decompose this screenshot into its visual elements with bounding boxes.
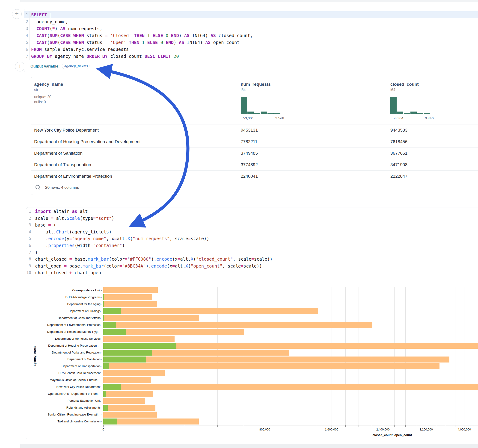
line-number: 7 (24, 53, 30, 60)
code-line[interactable]: 4 CAST(SUM(CASE WHEN status = 'Closed' T… (24, 32, 478, 39)
table-row[interactable]: Department of Housing Preservation and D… (31, 136, 478, 147)
bar-open-count[interactable] (103, 405, 108, 411)
code-line[interactable]: 5 .encode(y="agency_name", x=alt.X("num_… (26, 235, 478, 242)
table-cell: Department of Environmental Protection (34, 171, 112, 182)
fold-chevron-icon[interactable]: ⌄ (33, 222, 35, 229)
bar-closed-count[interactable] (103, 322, 372, 328)
bar-closed-count[interactable] (103, 412, 157, 417)
bar-closed-count[interactable] (103, 350, 289, 356)
bar-open-count[interactable] (103, 329, 126, 335)
bar-open-count[interactable] (103, 356, 146, 362)
code-line[interactable]: 3⌄base = ( (26, 222, 478, 229)
fold-chevron-icon[interactable]: ⌄ (30, 12, 31, 19)
y-axis-label: Operations Unit - Department of Hom… (26, 392, 101, 395)
bar-open-count[interactable] (103, 322, 116, 328)
code-text: CAST(SUM(CASE WHEN status = 'Open' THEN … (31, 40, 239, 45)
code-line[interactable]: 10chart_closed + chart_open (26, 269, 478, 276)
y-axis-tick (101, 297, 102, 298)
bar-closed-count[interactable] (103, 398, 145, 404)
bar-closed-count[interactable] (103, 391, 153, 397)
table-row[interactable]: New York City Police Department945313194… (31, 124, 478, 136)
code-line[interactable]: 6 .properties(width="container") (26, 242, 478, 249)
gridline (436, 287, 436, 425)
output-variable-label: Output variable: (31, 64, 60, 68)
table-row[interactable]: Department of Transportation377489234719… (31, 159, 478, 170)
bar-closed-count[interactable] (103, 301, 157, 307)
bar-open-count[interactable] (103, 343, 176, 349)
x-axis-tick-label: 800,000 (259, 428, 270, 431)
histogram-bar (410, 112, 417, 114)
rows-columns-count: 20 rows, 4 columns (45, 185, 79, 190)
search-icon[interactable] (35, 185, 41, 191)
code-line[interactable]: 2 agency_name, (24, 18, 478, 25)
y-axis-label: Senior Citizen Rent Increase Exempti… (26, 413, 101, 416)
bar-closed-count[interactable] (103, 384, 478, 390)
code-text: .properties(width="container") (35, 243, 125, 248)
gridline (346, 287, 346, 425)
bar-open-count[interactable] (103, 294, 104, 300)
add-cell-button[interactable]: + (12, 9, 22, 19)
bar-closed-count[interactable] (103, 294, 152, 300)
bar-closed-count[interactable] (103, 356, 449, 362)
gridline (416, 287, 416, 425)
table-cell: 3749485 (241, 148, 258, 159)
histogram-max-label: 9.4e6 (425, 116, 434, 120)
code-line[interactable]: 7GROUP BY agency_name ORDER BY closed_co… (24, 53, 478, 60)
table-cell: 2222847 (390, 171, 408, 182)
bar-closed-count[interactable] (103, 315, 199, 321)
code-text: chart_open = base.mark_bar(color="#8BC34… (35, 263, 262, 268)
bar-closed-count[interactable] (103, 370, 165, 376)
gridline (464, 287, 464, 425)
x-axis-tick (426, 425, 426, 427)
python-code-editor[interactable]: 1import altair as alt2scale = alt.Scale(… (26, 208, 478, 276)
x-axis-line (103, 425, 478, 425)
code-line[interactable]: 8chart_closed = base.mark_bar(color="#FF… (26, 256, 478, 263)
histogram-bar (404, 113, 410, 114)
bar-open-count[interactable] (103, 418, 117, 424)
bar-open-count[interactable] (103, 301, 104, 307)
output-variable-badge[interactable]: agency_tickets (62, 63, 89, 69)
code-line[interactable]: 9chart_open = base.mark_bar(color="#8BC3… (26, 263, 478, 270)
bar-open-count[interactable] (103, 350, 152, 356)
x-axis-tick-label: 4,000,000 (458, 428, 471, 431)
code-text: COUNT(*) AS num_requests, (31, 26, 102, 31)
previous-cell-edge (20, 0, 478, 2)
code-line[interactable]: 1import altair as alt (26, 208, 478, 215)
code-line[interactable]: 4 alt.Chart(agency_tickets) (26, 229, 478, 236)
code-line[interactable]: 6FROM sample_data.nyc.service_requests (24, 46, 478, 53)
x-axis-tick-label: 1,600,000 (325, 428, 338, 431)
bar-closed-count[interactable] (103, 336, 175, 342)
bar-closed-count[interactable] (103, 363, 440, 369)
bar-closed-count[interactable] (103, 343, 478, 349)
x-axis-tick (217, 425, 218, 427)
bar-closed-count[interactable] (103, 287, 158, 293)
bar-closed-count[interactable] (103, 405, 155, 411)
bar-open-count[interactable] (103, 308, 121, 314)
add-cell-button[interactable]: + (15, 62, 25, 71)
bar-closed-count[interactable] (103, 377, 151, 383)
bar-open-count[interactable] (103, 391, 106, 397)
bar-closed-count[interactable] (103, 418, 199, 424)
code-line[interactable]: 2scale = alt.Scale(type="sqrt") (26, 215, 478, 222)
bar-closed-count[interactable] (103, 329, 244, 335)
bar-closed-count[interactable] (103, 308, 318, 314)
x-axis-tick (464, 425, 464, 427)
code-line[interactable]: 5 CAST(SUM(CASE WHEN status = 'Open' THE… (24, 39, 478, 46)
line-number: 1 (26, 208, 33, 215)
code-line[interactable]: 3 COUNT(*) AS num_requests, (24, 25, 478, 32)
code-line[interactable]: 7) (26, 249, 478, 256)
bar-open-count[interactable] (103, 315, 104, 321)
line-number: 7 (26, 249, 33, 256)
table-row[interactable]: Department of Sanitation37494853677651 (31, 147, 478, 159)
y-axis-tick (101, 373, 102, 373)
histogram-bar (417, 113, 423, 114)
x-axis-tick (383, 425, 383, 427)
table-cell: 3677651 (390, 148, 408, 159)
bar-open-count[interactable] (103, 363, 109, 369)
bar-open-count[interactable] (103, 384, 121, 390)
table-cell: 7782211 (241, 136, 258, 147)
gridline (243, 287, 243, 425)
table-row[interactable]: Department of Environmental Protection22… (31, 170, 478, 182)
sql-code-editor[interactable]: 1⌄SELECT 2 agency_name,3 COUNT(*) AS num… (24, 11, 478, 60)
code-line[interactable]: 1⌄SELECT (24, 11, 478, 18)
